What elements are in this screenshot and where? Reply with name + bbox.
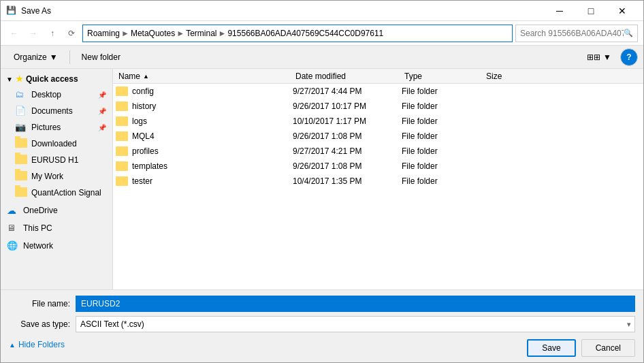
save-button[interactable]: Save [527,339,575,357]
file-name: config [132,86,154,96]
filename-label: File name: [9,299,70,309]
cancel-button[interactable]: Cancel [581,339,635,357]
sidebar-item-network-label: Network [23,241,53,251]
file-date: 9/27/2017 4:44 PM [293,86,402,96]
back-button[interactable]: ← [6,25,22,42]
file-type: File folder [402,176,483,186]
table-row[interactable]: history 9/26/2017 10:17 PM File folder [113,99,643,114]
sort-arrow-icon: ▲ [143,73,149,80]
table-row[interactable]: profiles 9/27/2017 4:21 PM File folder [113,144,643,159]
quick-access-chevron-icon: ▼ [6,76,13,83]
filename-row: File name: [9,296,635,312]
folder-icon [116,86,128,96]
sidebar-item-onedrive[interactable]: ☁ OneDrive [1,202,112,219]
quantaction-folder-icon [15,187,27,198]
chevron-up-icon: ▲ [9,341,16,349]
breadcrumb-terminal[interactable]: Terminal [186,29,216,38]
address-bar: ← → ↑ ⟳ Roaming ► MetaQuotes ► Terminal … [1,21,643,46]
file-type: File folder [402,131,483,141]
col-name-label: Name [118,72,140,81]
file-name: tester [132,176,152,186]
save-as-dialog: 💾 Save As ─ □ ✕ ← → ↑ ⟳ Roaming ► MetaQu… [0,0,644,363]
col-header-name[interactable]: Name ▲ [116,72,293,81]
file-date: 9/26/2017 1:08 PM [293,131,402,141]
col-header-date[interactable]: Date modified [293,72,402,81]
bottom-bar: File name: Save as type: ASCII Text (*.c… [1,289,643,362]
col-header-type[interactable]: Type [402,72,483,81]
sidebar-item-downloaded[interactable]: Downloaded [1,136,112,152]
sidebar-item-network[interactable]: 🌐 Network [1,238,112,254]
minimize-button[interactable]: ─ [544,1,575,21]
file-name: history [132,101,156,111]
toolbar-separator [69,50,70,64]
file-date: 10/4/2017 1:35 PM [293,176,402,186]
sidebar-item-thispc[interactable]: 🖥 This PC [1,220,112,236]
help-button[interactable]: ? [620,48,638,66]
close-button[interactable]: ✕ [607,1,638,21]
file-name: profiles [132,146,159,156]
organize-chevron-icon: ▼ [50,52,58,62]
search-input[interactable] [520,29,624,38]
table-row[interactable]: logs 10/10/2017 1:17 PM File folder [113,114,643,129]
breadcrumb-bar[interactable]: Roaming ► MetaQuotes ► Terminal ► 915566… [82,25,513,42]
network-icon: 🌐 [7,240,19,251]
refresh-button[interactable]: ⟳ [63,25,80,42]
sidebar-item-eurusdh1[interactable]: EURUSD H1 [1,152,112,168]
table-row[interactable]: MQL4 9/26/2017 1:08 PM File folder [113,129,643,144]
file-name: MQL4 [132,131,155,141]
filename-input[interactable] [76,296,635,312]
table-row[interactable]: tester 10/4/2017 1:35 PM File folder [113,174,643,189]
sidebar-item-onedrive-label: OneDrive [23,206,58,215]
pin-icon-desktop: 📌 [98,91,106,99]
dialog-buttons: Save Cancel [527,339,635,357]
sidebar-item-quantaction[interactable]: QuantAction Signal [1,185,112,201]
file-rows: config 9/27/2017 4:44 PM File folder his… [113,84,643,189]
savetype-select[interactable]: ASCII Text (*.csv) [76,316,635,332]
breadcrumb-roaming[interactable]: Roaming [87,29,120,38]
maximize-button[interactable]: □ [575,1,607,21]
sidebar-item-mywork[interactable]: My Work [1,168,112,185]
title-bar: 💾 Save As ─ □ ✕ [1,1,643,21]
new-folder-button[interactable]: New folder [74,48,128,66]
breadcrumb-folder[interactable]: 915566BA06ADA407569C544CC0D97611 [227,29,383,38]
sidebar-item-documents[interactable]: 📄 Documents 📌 [1,103,112,119]
network-section: 🌐 Network [1,238,112,254]
downloaded-folder-icon [15,138,27,149]
hide-folders-label: Hide Folders [18,340,65,349]
file-date: 9/27/2017 4:21 PM [293,146,402,156]
thispc-section: 🖥 This PC [1,220,112,236]
sidebar-item-quantaction-label: QuantAction Signal [31,188,101,198]
forward-button[interactable]: → [25,25,42,42]
hide-folders-button[interactable]: ▲ Hide Folders [9,340,65,349]
folder-icon [116,161,128,171]
window-icon: 💾 [6,5,17,16]
view-button[interactable]: ⊞⊞ ▼ [579,48,619,66]
folder-icon [116,101,128,111]
breadcrumb-metaquotes[interactable]: MetaQuotes [131,29,175,38]
sidebar-item-pictures[interactable]: 📷 Pictures 📌 [1,119,112,136]
onedrive-section: ☁ OneDrive [1,202,112,219]
file-name: templates [132,161,167,171]
file-type: File folder [402,101,483,111]
main-content: ▼ ★ Quick access 🗂 Desktop 📌 📄 Documents… [1,69,643,289]
file-type: File folder [402,116,483,126]
savetype-wrapper: ASCII Text (*.csv) [76,316,635,332]
col-header-size[interactable]: Size [483,72,538,81]
up-button[interactable]: ↑ [44,25,61,42]
eurusdh1-folder-icon [15,155,27,165]
sidebar-item-documents-label: Documents [31,106,73,116]
organize-button[interactable]: Organize ▼ [6,48,65,66]
star-icon: ★ [16,74,23,84]
search-box[interactable]: 🔍 [515,25,638,42]
table-row[interactable]: templates 9/26/2017 1:08 PM File folder [113,159,643,174]
quick-access-section: ▼ ★ Quick access 🗂 Desktop 📌 📄 Documents… [1,72,112,201]
sidebar-item-desktop[interactable]: 🗂 Desktop 📌 [1,86,112,103]
table-row[interactable]: config 9/27/2017 4:44 PM File folder [113,84,643,99]
documents-icon: 📄 [15,106,27,116]
file-list: Name ▲ Date modified Type Size config 9/… [113,69,643,289]
sidebar-item-mywork-label: My Work [31,172,63,181]
title-bar-buttons: ─ □ ✕ [544,1,638,21]
quick-access-header[interactable]: ▼ ★ Quick access [1,72,112,86]
sidebar-item-downloaded-label: Downloaded [31,139,77,148]
new-folder-label: New folder [82,52,120,62]
